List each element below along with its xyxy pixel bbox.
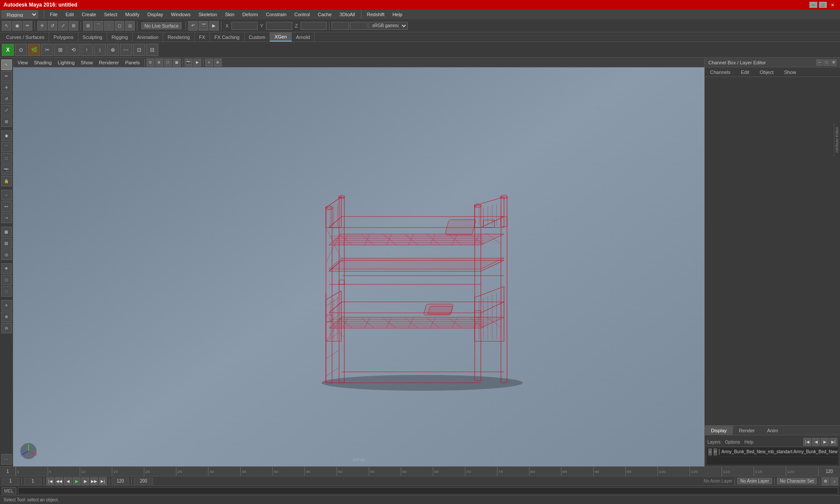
menu-modify[interactable]: Modify xyxy=(122,11,143,18)
bind-skin-btn[interactable]: ⊸ xyxy=(1,213,12,223)
pb-step-back-btn[interactable]: ◀◀ xyxy=(55,477,63,485)
lasso-btn[interactable]: ◉ xyxy=(12,21,22,31)
shelf-tab-polygons[interactable]: Polygons xyxy=(49,32,78,42)
snap-live-btn[interactable]: ◎ xyxy=(125,21,135,31)
layer-first-btn[interactable]: |◀ xyxy=(803,438,811,446)
menu-deform[interactable]: Deform xyxy=(239,11,262,18)
shelf-tab-arnold[interactable]: Arnold xyxy=(292,32,315,42)
layer-playback-btn[interactable]: P xyxy=(714,448,717,455)
snap-point-btn[interactable]: · xyxy=(104,21,114,31)
vp-reso-btn[interactable]: ⊕ xyxy=(214,59,222,66)
vp-lighting-menu[interactable]: Lighting xyxy=(55,60,77,66)
snap-curve-btn[interactable]: ⌒ xyxy=(94,21,103,31)
gamma-val2[interactable]: 1.00 xyxy=(350,22,368,30)
cb-minimize-btn[interactable]: ─ xyxy=(816,60,822,66)
last-tool-btn[interactable]: ⊞ xyxy=(69,21,78,31)
shelf-icon-3[interactable]: 🌿 xyxy=(28,44,40,56)
cb-tab-show[interactable]: Show xyxy=(779,67,802,77)
no-anim-layer-btn[interactable]: No Anim Layer xyxy=(737,478,772,484)
timeline-ruler[interactable]: 1 5 10 15 20 25 30 35 40 45 50 55 60 xyxy=(16,467,818,476)
pb-audio-btn[interactable]: ♪ xyxy=(830,477,838,485)
cb-tab-edit[interactable]: Edit xyxy=(735,67,754,77)
gamma-select[interactable]: sRGB gamma Linear xyxy=(368,22,408,30)
cb-tab-anim[interactable]: Anim xyxy=(761,426,784,435)
workspace-dropdown[interactable]: Rigging Modeling Animation xyxy=(2,10,38,18)
menu-file[interactable]: File xyxy=(46,11,61,18)
menu-help[interactable]: Help xyxy=(389,11,406,18)
render-btn[interactable]: 🎬 xyxy=(199,21,208,31)
no-char-set-btn[interactable]: No Character Set xyxy=(777,478,817,484)
show-hide-btn[interactable]: 👁 xyxy=(1,263,12,274)
layer-color-swatch[interactable] xyxy=(719,449,720,455)
vp-icon-2[interactable]: ⊞ xyxy=(155,59,163,66)
ipr-btn[interactable]: ▶ xyxy=(209,21,219,31)
shelf-icon-7[interactable]: ↑ xyxy=(80,44,93,56)
vp-icon-1[interactable]: ⊡ xyxy=(147,59,154,66)
mel-input[interactable] xyxy=(18,487,838,494)
shelf-icon-5[interactable]: ⊞ xyxy=(54,44,66,56)
layer-next-btn[interactable]: ▶ xyxy=(821,438,829,446)
shelf-tab-fxcaching[interactable]: FX Caching xyxy=(210,32,244,42)
scale-tool-btn[interactable]: ⤢ xyxy=(1,105,12,116)
menu-skin[interactable]: Skin xyxy=(221,11,238,18)
history-btn[interactable]: ↶ xyxy=(188,21,198,31)
menu-edit[interactable]: Edit xyxy=(62,11,77,18)
vp-cam-2[interactable]: ▶ xyxy=(193,59,201,66)
gamma-val1[interactable]: 0.00 xyxy=(332,22,349,30)
cb-tab-display[interactable]: Display xyxy=(705,426,733,435)
z-field[interactable] xyxy=(301,22,327,30)
vp-cam-1[interactable]: 📷 xyxy=(185,59,192,66)
cb-tab-render[interactable]: Render xyxy=(733,426,761,435)
pb-goto-start-btn[interactable]: |◀ xyxy=(46,477,54,485)
extra-btn-3[interactable]: ⊖ xyxy=(1,323,12,333)
pb-play-btn[interactable]: ▶ xyxy=(73,477,80,485)
timeline-start-input[interactable] xyxy=(0,467,16,476)
shelf-icon-11[interactable]: ⊡ xyxy=(133,44,145,56)
shelf-tab-xgen[interactable]: XGen xyxy=(270,32,291,42)
shelf-tab-fx[interactable]: FX xyxy=(195,32,210,42)
shelf-icon-10[interactable]: ⋯ xyxy=(120,44,132,56)
menu-skeleton[interactable]: Skeleton xyxy=(195,11,220,18)
extra-btn-2[interactable]: ⊕ xyxy=(1,312,12,322)
snap-grid-btn[interactable]: ⊞ xyxy=(83,21,93,31)
menu-constrain[interactable]: Constrain xyxy=(262,11,290,18)
shelf-tab-rendering[interactable]: Rendering xyxy=(163,32,195,42)
paint-select-btn[interactable]: ✏ xyxy=(1,71,12,81)
playback-end-frame[interactable] xyxy=(112,478,129,485)
menu-windows[interactable]: Windows xyxy=(168,11,194,18)
select-tool-btn[interactable]: ↖ xyxy=(2,21,11,31)
extra-btn-1[interactable]: ≡ xyxy=(1,300,12,311)
playback-current-frame[interactable] xyxy=(24,478,42,485)
layer-visibility-btn[interactable]: V xyxy=(708,448,712,455)
shelf-icon-12[interactable]: ⊟ xyxy=(146,44,158,56)
rotate-tool-btn[interactable]: ↺ xyxy=(1,94,12,104)
paint-btn[interactable]: ✏ xyxy=(23,21,32,31)
shelf-tab-sculpting[interactable]: Sculpting xyxy=(78,32,107,42)
shelf-tab-curves[interactable]: Curves / Surfaces xyxy=(2,32,49,42)
cb-tab-channels[interactable]: Channels xyxy=(705,67,735,77)
move-tool-btn[interactable]: ✛ xyxy=(1,82,12,93)
playback-range-end[interactable] xyxy=(134,478,153,485)
joint-tool-btn[interactable]: ○ xyxy=(1,190,12,200)
mel-label[interactable]: MEL xyxy=(2,487,16,494)
close-button[interactable]: ✕ xyxy=(829,2,836,8)
viewport-3d[interactable]: .wire { stroke: #cc1122; stroke-width: 1… xyxy=(13,67,704,466)
shelf-icon-9[interactable]: ⊕ xyxy=(107,44,119,56)
layer-prev-btn[interactable]: ◀ xyxy=(812,438,820,446)
cb-settings-btn[interactable]: ⚙ xyxy=(830,60,836,66)
rotate-btn[interactable]: ↺ xyxy=(48,21,57,31)
snap-view-btn[interactable]: ◻ xyxy=(115,21,124,31)
soft-select-btn[interactable]: ◉ xyxy=(1,130,12,141)
vp-show-menu[interactable]: Show xyxy=(78,60,96,66)
lasso-btn-l[interactable]: ⌒ xyxy=(1,142,12,152)
menu-display[interactable]: Display xyxy=(144,11,167,18)
menu-cache[interactable]: Cache xyxy=(314,11,335,18)
menu-redshift[interactable]: Redshift xyxy=(364,11,388,18)
pb-goto-end-btn[interactable]: ▶| xyxy=(99,477,107,485)
cb-tab-object[interactable]: Object xyxy=(754,67,779,77)
help-menu[interactable]: Help xyxy=(744,440,753,444)
render-layer-btn[interactable]: ▦ xyxy=(1,227,12,237)
vp-shading-menu[interactable]: Shading xyxy=(32,60,54,66)
cb-expand-btn[interactable]: □ xyxy=(823,60,830,66)
vp-icon-4[interactable]: ▦ xyxy=(173,59,181,66)
